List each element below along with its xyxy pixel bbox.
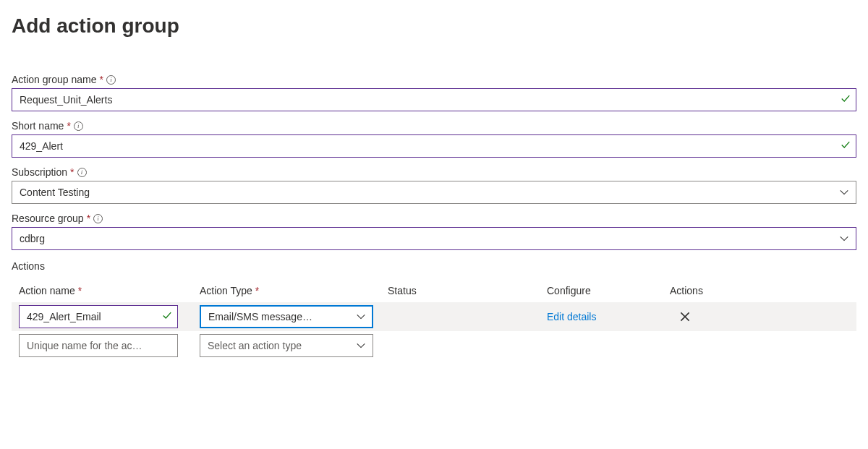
required-star: * [100, 74, 103, 85]
info-icon[interactable]: i [77, 168, 87, 177]
field-label-text: Subscription [12, 166, 67, 178]
col-actions: Actions [670, 285, 757, 296]
col-action-name: Action name * [19, 285, 200, 296]
actions-section-label: Actions [12, 260, 856, 272]
col-status: Status [388, 285, 547, 296]
delete-row-button[interactable] [678, 310, 692, 323]
required-star: * [78, 285, 82, 296]
required-star: * [255, 285, 259, 296]
edit-details-link[interactable]: Edit details [547, 311, 596, 322]
field-label-text: Short name [12, 120, 64, 132]
required-star: * [87, 213, 90, 224]
required-star: * [67, 120, 70, 132]
subscription-label: Subscription * i [12, 166, 856, 178]
action-row-type-select[interactable] [200, 305, 373, 328]
action-group-name-input[interactable] [12, 88, 856, 111]
info-icon[interactable]: i [74, 121, 83, 131]
subscription-select[interactable] [12, 181, 856, 204]
info-icon[interactable]: i [93, 214, 103, 223]
col-label-text: Action name [19, 285, 75, 296]
action-row-name-input[interactable] [19, 305, 178, 328]
table-row: Edit details [12, 302, 856, 331]
short-name-input[interactable] [12, 134, 856, 158]
actions-table: Action name * Action Type * Status Confi… [12, 279, 856, 360]
col-action-type: Action Type * [200, 285, 388, 296]
info-icon[interactable]: i [106, 75, 116, 85]
page-title: Add action group [12, 14, 856, 38]
col-configure: Configure [547, 285, 670, 296]
resource-group-select[interactable] [12, 227, 856, 250]
col-label-text: Action Type [200, 285, 252, 296]
action-group-name-label: Action group name * i [12, 74, 856, 85]
actions-header-row: Action name * Action Type * Status Confi… [12, 279, 856, 302]
field-label-text: Resource group [12, 213, 84, 224]
action-row-name-input-new[interactable] [19, 334, 178, 357]
short-name-label: Short name * i [12, 120, 856, 132]
resource-group-label: Resource group * i [12, 213, 856, 224]
table-row [12, 331, 856, 360]
field-label-text: Action group name [12, 74, 97, 85]
action-row-type-select-new[interactable] [200, 334, 373, 357]
required-star: * [70, 166, 74, 178]
